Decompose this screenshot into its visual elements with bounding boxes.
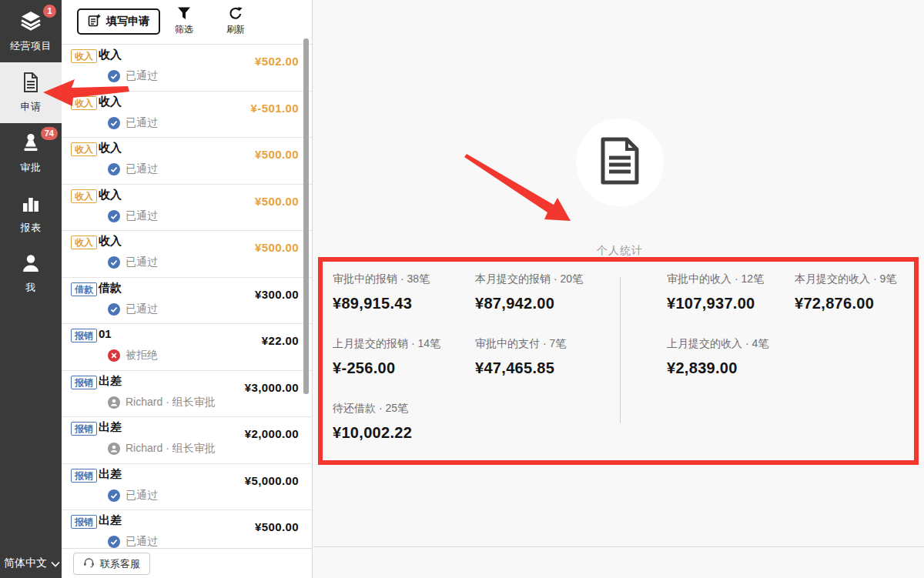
document-illustration <box>576 119 664 206</box>
list-footer: 联系客服 <box>62 548 312 578</box>
stamp-icon <box>19 132 42 157</box>
list-item[interactable]: 报销 出差 ¥2,000.00 <box>62 417 312 464</box>
personal-stats-highlight-box: 审批中的报销 · 38笔 ¥89,915.43 本月提交的报销 · 20笔 ¥8… <box>318 257 919 465</box>
projects-count-badge: 1 <box>43 5 56 18</box>
stat-cell: 上月提交的收入 · 4笔 ¥2,839.00 <box>667 337 809 377</box>
list-item[interactable]: 收入 收入 ¥500.00 <box>62 185 312 232</box>
stat-label: 审批中的收入 · 12笔 <box>667 272 809 286</box>
item-status: 已通过 <box>108 69 158 83</box>
stats-title: 个人统计 <box>313 244 924 258</box>
sidebar-item-label: 申请 <box>21 100 42 114</box>
type-badge: 收入 <box>71 189 97 203</box>
list-item[interactable]: 收入 收入 ¥-501.00 <box>62 92 312 139</box>
status-icon <box>108 349 120 362</box>
status-icon <box>108 489 120 502</box>
item-title: 01 <box>99 327 112 340</box>
list-toolbar: 填写申请 筛选 刷新 <box>62 0 312 45</box>
item-status: 已通过 <box>108 535 158 548</box>
status-text: 被拒绝 <box>126 349 158 363</box>
document-icon <box>599 137 641 188</box>
status-icon <box>108 70 120 82</box>
list-item[interactable]: 报销 01 ¥22.00 <box>62 324 312 371</box>
list-item[interactable]: 收入 收入 ¥500.00 <box>62 138 312 185</box>
list-item[interactable]: 收入 收入 ¥500.00 <box>62 231 312 278</box>
sidebar: 1 经营项目 申请 <box>0 0 62 578</box>
user-icon <box>20 252 42 277</box>
fill-application-button[interactable]: 填写申请 <box>77 8 160 35</box>
sidebar-item-apply[interactable]: 申请 <box>0 62 62 123</box>
request-list: 收入 收入 ¥502.00 <box>62 45 312 548</box>
item-status: Richard · 组长审批 <box>108 396 216 409</box>
document-icon <box>22 72 40 96</box>
item-amount: ¥-501.00 <box>251 102 299 115</box>
stat-value: ¥2,839.00 <box>667 359 809 377</box>
list-item[interactable]: 报销 出差 ¥5,000.00 <box>62 464 312 511</box>
contact-support-button[interactable]: 联系客服 <box>73 553 150 575</box>
item-amount: ¥500.00 <box>255 520 299 533</box>
list-item[interactable]: 收入 收入 ¥502.00 <box>62 45 312 92</box>
status-text: 已通过 <box>126 69 158 83</box>
stat-cell: 本月提交的收入 · 9笔 ¥72,876.00 <box>795 272 918 312</box>
item-status: 已通过 <box>108 489 158 503</box>
item-title: 收入 <box>99 48 122 62</box>
form-plus-icon <box>88 14 101 29</box>
sidebar-item-approve[interactable]: 74 审批 <box>0 132 62 175</box>
approve-count-badge: 74 <box>41 127 58 140</box>
language-selector[interactable]: 简体中文 <box>4 556 60 570</box>
fill-application-label: 填写申请 <box>106 15 149 28</box>
type-badge: 报销 <box>71 422 97 436</box>
layers-icon <box>19 9 42 35</box>
status-text: 已通过 <box>126 116 158 130</box>
item-title: 出差 <box>99 467 122 482</box>
sidebar-item-label: 我 <box>25 281 36 295</box>
status-text: Richard · 组长审批 <box>126 442 216 456</box>
stats-vertical-divider <box>620 277 621 423</box>
item-title: 出差 <box>99 374 122 389</box>
type-badge: 收入 <box>71 49 97 63</box>
status-icon <box>108 256 120 269</box>
app-window: 1 经营项目 申请 <box>0 0 924 578</box>
type-badge: 报销 <box>71 469 97 483</box>
list-item[interactable]: 报销 出差 ¥3,000.00 <box>62 371 312 418</box>
item-title: 收入 <box>99 95 122 109</box>
status-icon <box>108 210 120 222</box>
item-status: 已通过 <box>108 116 158 130</box>
item-status: 被拒绝 <box>108 349 158 363</box>
sidebar-item-reports[interactable]: 报表 <box>0 194 62 235</box>
status-icon <box>108 396 120 409</box>
list-item[interactable]: 借款 借款 ¥300.00 <box>62 278 312 325</box>
request-list-panel: 填写申请 筛选 刷新 收 <box>62 0 313 578</box>
item-status: Richard · 组长审批 <box>108 442 216 456</box>
type-badge: 收入 <box>71 96 97 110</box>
bar-chart-icon <box>20 194 42 217</box>
sidebar-item-me[interactable]: 我 <box>0 252 62 295</box>
type-badge: 报销 <box>71 329 97 342</box>
status-text: 已通过 <box>126 302 158 316</box>
status-text: 已通过 <box>126 162 158 176</box>
item-title: 收入 <box>99 188 122 202</box>
item-title: 借款 <box>99 281 122 296</box>
sidebar-item-label: 经营项目 <box>10 39 52 53</box>
headset-icon <box>83 557 95 570</box>
refresh-button[interactable]: 刷新 <box>216 6 255 36</box>
item-amount: ¥500.00 <box>255 195 299 208</box>
filter-button[interactable]: 筛选 <box>165 6 203 36</box>
item-status: 已通过 <box>108 209 158 223</box>
item-amount: ¥2,000.00 <box>245 427 299 440</box>
stat-cell: 审批中的收入 · 12笔 ¥107,937.00 <box>667 272 809 312</box>
contact-support-label: 联系客服 <box>100 557 140 571</box>
stat-label: 本月提交的收入 · 9笔 <box>795 272 918 286</box>
item-amount: ¥500.00 <box>255 241 299 254</box>
type-badge: 报销 <box>71 515 97 529</box>
item-status: 已通过 <box>108 162 158 176</box>
sidebar-item-projects[interactable]: 1 经营项目 <box>0 9 62 53</box>
refresh-icon <box>216 6 255 21</box>
scrollbar-thumb[interactable] <box>303 38 309 394</box>
filter-label: 筛选 <box>175 24 193 35</box>
item-status: 已通过 <box>108 256 158 269</box>
type-badge: 报销 <box>71 376 97 389</box>
type-badge: 收入 <box>71 142 97 156</box>
list-item[interactable]: 报销 出差 ¥500.00 <box>62 510 312 548</box>
type-badge: 借款 <box>71 282 97 296</box>
status-icon <box>108 303 120 316</box>
